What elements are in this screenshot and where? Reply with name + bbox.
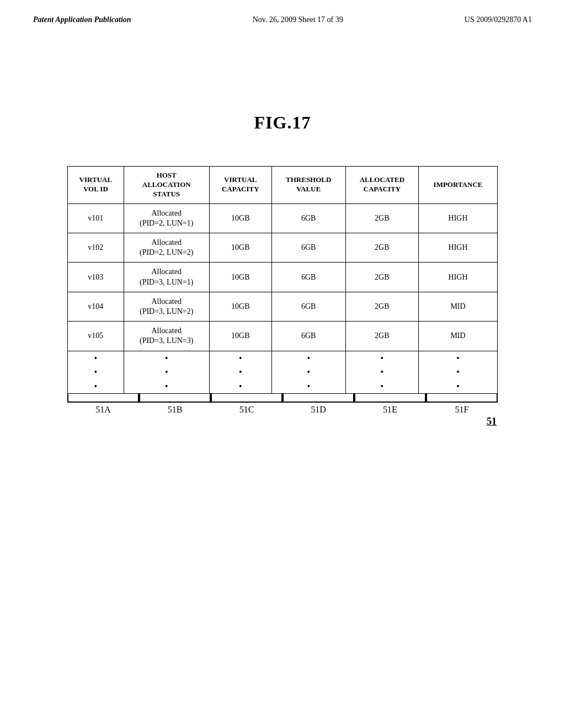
col-header-threshold: THRESHOLDVALUE — [271, 167, 345, 204]
cell-virtual-cap: 10GB — [209, 204, 271, 233]
table-row: v105 Allocated(PID=3, LUN=3) 10GB 6GB 2G… — [68, 322, 498, 351]
cell-importance: HIGH — [419, 233, 498, 263]
cell-allocation: Allocated(PID=2, LUN=2) — [124, 233, 209, 263]
column-labels-row: 51A 51B 51C 51D 51E 51F — [67, 405, 498, 415]
cell-dots: • — [271, 379, 345, 394]
cell-allocated-cap: 2GB — [345, 292, 418, 321]
cell-threshold: 6GB — [271, 233, 345, 263]
cell-virtual-cap: 10GB — [209, 322, 271, 351]
cell-threshold: 6GB — [271, 292, 345, 321]
cell-vol-id: v102 — [68, 233, 124, 263]
header-date-sheet: Nov. 26, 2009 Sheet 17 of 39 — [253, 15, 343, 24]
col-header-allocated-capacity: ALLOCATEDCAPACITY — [345, 167, 418, 204]
cell-threshold: 6GB — [271, 322, 345, 351]
figure-title: FIG.17 — [0, 113, 565, 133]
cell-dots: • — [124, 379, 209, 394]
cell-dots: • — [271, 351, 345, 365]
cell-dots: • — [209, 365, 271, 379]
cell-dots: • — [209, 351, 271, 365]
table-row: v101 Allocated(PID=2, LUN=1) 10GB 6GB 2G… — [68, 204, 498, 233]
col-label-51F: 51F — [426, 405, 498, 415]
bracket-51F — [426, 394, 498, 403]
cell-dots: • — [209, 379, 271, 394]
cell-dots: • — [419, 351, 498, 365]
bracket-51B — [139, 394, 211, 403]
col-header-vol-id: VIRTUALVOL ID — [68, 167, 124, 204]
cell-allocated-cap: 2GB — [345, 263, 418, 292]
cell-virtual-cap: 10GB — [209, 292, 271, 321]
cell-threshold: 6GB — [271, 263, 345, 292]
col-label-51E: 51E — [354, 405, 426, 415]
cell-vol-id: v105 — [68, 322, 124, 351]
cell-allocated-cap: 2GB — [345, 233, 418, 263]
col-label-51B: 51B — [139, 405, 211, 415]
table-dots-row-3: • • • • • • — [68, 379, 498, 394]
header-publication: Patent Application Publication — [33, 15, 131, 24]
cell-dots: • — [68, 351, 124, 365]
cell-importance: MID — [419, 322, 498, 351]
cell-threshold: 6GB — [271, 204, 345, 233]
cell-allocated-cap: 2GB — [345, 204, 418, 233]
bracket-51E — [354, 394, 426, 403]
cell-dots: • — [124, 351, 209, 365]
table-header-row: VIRTUALVOL ID HOSTALLOCATIONSTATUS VIRTU… — [68, 167, 498, 204]
bracket-51A — [67, 394, 139, 403]
col-header-host-allocation: HOSTALLOCATIONSTATUS — [124, 167, 209, 204]
col-header-virtual-capacity: VIRTUALCAPACITY — [209, 167, 271, 204]
col-label-51D: 51D — [282, 405, 354, 415]
bracket-51C — [211, 394, 282, 403]
cell-virtual-cap: 10GB — [209, 233, 271, 263]
cell-allocated-cap: 2GB — [345, 322, 418, 351]
cell-vol-id: v103 — [68, 263, 124, 292]
data-table: VIRTUALVOL ID HOSTALLOCATIONSTATUS VIRTU… — [67, 166, 498, 394]
col-label-51C: 51C — [211, 405, 282, 415]
cell-importance: MID — [419, 292, 498, 321]
cell-dots: • — [271, 365, 345, 379]
cell-dots: • — [419, 379, 498, 394]
cell-dots: • — [345, 351, 418, 365]
cell-dots: • — [68, 379, 124, 394]
cell-vol-id: v104 — [68, 292, 124, 321]
bracket-row — [67, 394, 498, 403]
bracket-51D — [282, 394, 354, 403]
col-label-51A: 51A — [67, 405, 139, 415]
page-header: Patent Application Publication Nov. 26, … — [0, 0, 565, 24]
cell-dots: • — [345, 379, 418, 394]
table-row: v103 Allocated(PID=3, LUN=1) 10GB 6GB 2G… — [68, 263, 498, 292]
cell-vol-id: v101 — [68, 204, 124, 233]
cell-virtual-cap: 10GB — [209, 263, 271, 292]
table-row: v104 Allocated(PID=3, LUN=2) 10GB 6GB 2G… — [68, 292, 498, 321]
header-patent-number: US 2009/0292870 A1 — [465, 15, 532, 24]
table-dots-row-2: • • • • • • — [68, 365, 498, 379]
cell-dots: • — [345, 365, 418, 379]
cell-allocation: Allocated(PID=3, LUN=2) — [124, 292, 209, 321]
figure-ref-number: 51 — [67, 416, 498, 427]
col-header-importance: IMPORTANCE — [419, 167, 498, 204]
cell-dots: • — [68, 365, 124, 379]
table-row: v102 Allocated(PID=2, LUN=2) 10GB 6GB 2G… — [68, 233, 498, 263]
cell-allocation: Allocated(PID=3, LUN=3) — [124, 322, 209, 351]
cell-dots: • — [419, 365, 498, 379]
table-container: VIRTUALVOL ID HOSTALLOCATIONSTATUS VIRTU… — [67, 166, 498, 427]
cell-allocation: Allocated(PID=3, LUN=1) — [124, 263, 209, 292]
cell-allocation: Allocated(PID=2, LUN=1) — [124, 204, 209, 233]
table-dots-row-1: • • • • • • — [68, 351, 498, 365]
cell-importance: HIGH — [419, 204, 498, 233]
cell-dots: • — [124, 365, 209, 379]
cell-importance: HIGH — [419, 263, 498, 292]
